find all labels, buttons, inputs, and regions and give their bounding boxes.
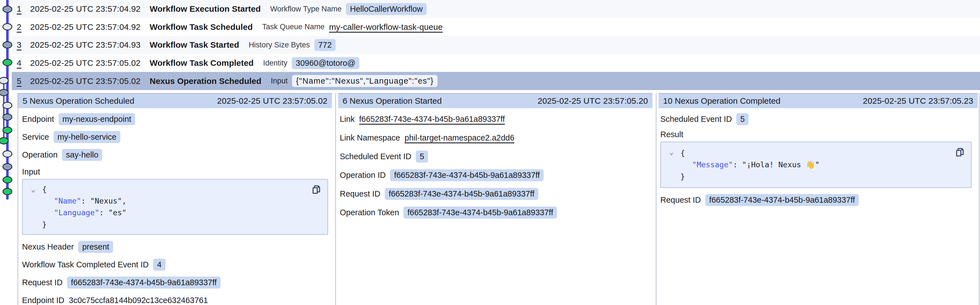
copy-icon[interactable]	[954, 147, 966, 158]
field-request-id: Request ID f665283f-743e-4374-b45b-9a61a…	[660, 193, 973, 206]
attribute-label: History Size Bytes	[249, 41, 310, 49]
attribute-value-badge: 772	[314, 39, 336, 51]
link-namespace-link[interactable]: phil-target-namespace2.a2dd6	[404, 133, 514, 142]
event-attribute: Workflow Type Name HelloCallerWorkflow	[270, 3, 426, 15]
panel-timestamp: 2025-02-25 UTC 23:57:05.02	[217, 96, 328, 106]
attribute-label: Task Queue Name	[262, 22, 325, 31]
field-label: Service	[22, 133, 49, 142]
event-row-1[interactable]: 1 2025-02-25 UTC 23:57:04.92 Workflow Ex…	[12, 0, 980, 18]
event-time: 2025-02-25 UTC 23:57:05.02	[30, 58, 150, 68]
event-dot-scheduled[interactable]	[3, 24, 12, 30]
field-label: Nexus Header	[22, 242, 74, 251]
event-attribute: Input {"Name":"Nexus","Language":"es"}	[271, 75, 438, 87]
panel-header[interactable]: 6 Nexus Operation Started 2025-02-25 UTC…	[338, 93, 652, 108]
event-dot-nexus-completed[interactable]	[0, 138, 8, 144]
event-timeline	[0, 0, 19, 305]
event-name: Workflow Execution Started	[150, 4, 261, 14]
field-request-id: Request ID f665283f-743e-4374-b45b-9a61a…	[340, 187, 650, 200]
panel-body: Link f665283f-743e-4374-b45b-9a61a89337f…	[336, 108, 656, 219]
field-value-badge: 5	[416, 150, 428, 163]
panel-nexus-scheduled: 5 Nexus Operation Scheduled 2025-02-25 U…	[18, 93, 336, 305]
event-dot-nexus-started[interactable]	[0, 90, 8, 96]
field-value-badge: f665283f-743e-4374-b45b-9a61a89337ff	[385, 188, 538, 200]
field-wtc-event-id: Workflow Task Completed Event ID 4	[22, 258, 330, 271]
event-dot-completed[interactable]	[3, 59, 12, 66]
attribute-value-badge: 30960@totoro@	[292, 57, 360, 69]
event-dot-scheduled[interactable]	[3, 102, 12, 109]
field-value-badge: 4	[153, 259, 165, 271]
panel-timestamp: 2025-02-25 UTC 23:57:05.20	[538, 96, 648, 106]
field-label: Input	[22, 167, 40, 177]
field-value-badge: f665283f-743e-4374-b45b-9a61a89337ff	[390, 169, 544, 181]
panel-header[interactable]: 10 Nexus Operation Completed 2025-02-25 …	[659, 93, 978, 108]
panel-body: Scheduled Event ID 5 Result ⌄ { "Message…	[656, 108, 979, 206]
copy-icon[interactable]	[311, 184, 322, 195]
field-label: Request ID	[660, 196, 701, 205]
panel-title: 10 Nexus Operation Completed	[663, 96, 780, 106]
panel-header[interactable]: 5 Nexus Operation Scheduled 2025-02-25 U…	[18, 93, 332, 108]
field-value-badge: 5	[736, 113, 749, 125]
event-dot-started[interactable]	[3, 42, 12, 48]
event-name: Nexus Operation Scheduled	[150, 76, 261, 86]
event-attribute: Task Queue Name my-caller-workflow-task-…	[262, 22, 442, 32]
event-time: 2025-02-25 UTC 23:57:04.92	[30, 22, 150, 32]
event-history-table: 1 2025-02-25 UTC 23:57:04.92 Workflow Ex…	[12, 0, 980, 90]
field-label: Endpoint	[22, 115, 54, 124]
event-dot-started[interactable]	[3, 114, 12, 120]
field-label: Link Namespace	[340, 133, 400, 142]
attribute-label: Identity	[263, 59, 287, 68]
field-input-label: Input	[22, 166, 330, 177]
panel-title: 5 Nexus Operation Scheduled	[22, 96, 134, 106]
event-row-2[interactable]: 2 2025-02-25 UTC 23:57:04.92 Workflow Ta…	[12, 18, 980, 36]
field-value-badge: my-hello-service	[54, 131, 120, 143]
field-value-badge: my-nexus-endpoint	[59, 113, 135, 125]
field-value-badge: say-hello	[62, 149, 102, 161]
event-attribute: Identity 30960@totoro@	[263, 57, 360, 69]
json-line: }	[661, 171, 954, 182]
field-value-badge: present	[78, 241, 113, 253]
event-dot-completed[interactable]	[3, 177, 12, 183]
event-row-5-selected[interactable]: 5 2025-02-25 UTC 23:57:05.02 Nexus Opera…	[12, 72, 980, 90]
event-time: 2025-02-25 UTC 23:57:04.92	[30, 4, 150, 14]
attribute-label: Workflow Type Name	[270, 5, 342, 13]
field-scheduled-event-id: Scheduled Event ID 5	[660, 113, 973, 125]
collapse-chevron-icon[interactable]: ⌄	[669, 148, 674, 156]
event-dot-nexus-scheduled[interactable]	[0, 77, 8, 84]
event-name: Workflow Task Scheduled	[150, 22, 253, 32]
endpoint-id-link[interactable]: 3c0c75ccfa8144b092c13ce632463761	[69, 296, 208, 305]
event-dot-completed[interactable]	[3, 188, 12, 195]
result-json-viewer: ⌄ { "Message": "¡Hola! Nexus 👋" }	[660, 142, 972, 188]
field-label: Operation	[22, 150, 57, 160]
field-label: Scheduled Event ID	[660, 115, 732, 124]
event-row-4[interactable]: 4 2025-02-25 UTC 23:57:05.02 Workflow Ta…	[12, 54, 980, 72]
field-label: Endpoint ID	[22, 296, 65, 305]
event-dot-started[interactable]	[3, 164, 12, 170]
event-row-3[interactable]: 3 2025-02-25 UTC 23:57:04.93 Workflow Ta…	[12, 36, 980, 54]
event-attribute: History Size Bytes 772	[249, 39, 336, 51]
event-time: 2025-02-25 UTC 23:57:05.02	[30, 76, 150, 86]
event-dot-completed[interactable]	[3, 127, 12, 134]
json-line: {	[22, 183, 311, 195]
field-label: Request ID	[340, 189, 380, 199]
panel-timestamp: 2025-02-25 UTC 23:57:05.23	[863, 96, 973, 106]
field-link-namespace: Link Namespace phil-target-namespace2.a2…	[340, 131, 650, 144]
collapse-chevron-icon[interactable]: ⌄	[31, 186, 35, 193]
event-name: Workflow Task Started	[150, 40, 239, 50]
field-label: Link	[340, 115, 355, 124]
event-dot-started[interactable]	[3, 6, 12, 13]
field-value-badge: f665283f-743e-4374-b45b-9a61a89337ff	[67, 277, 221, 289]
panel-nexus-started: 6 Nexus Operation Started 2025-02-25 UTC…	[336, 93, 656, 305]
field-value-badge: f665283f-743e-4374-b45b-9a61a89337ff	[705, 194, 859, 206]
panel-nexus-completed: 10 Nexus Operation Completed 2025-02-25 …	[656, 93, 979, 305]
field-endpoint: Endpoint my-nexus-endpoint	[22, 113, 330, 125]
event-name: Workflow Task Completed	[150, 58, 253, 68]
event-dot-scheduled[interactable]	[3, 151, 12, 157]
field-label: Request ID	[22, 278, 62, 287]
field-value-badge: f665283f-743e-4374-b45b-9a61a89337ff	[403, 207, 557, 218]
task-queue-link[interactable]: my-caller-workflow-task-queue	[329, 22, 443, 32]
field-operation-id: Operation ID f665283f-743e-4374-b45b-9a6…	[340, 169, 650, 182]
json-line: {	[661, 147, 954, 159]
attribute-value-badge: HelloCallerWorkflow	[346, 3, 426, 15]
link-value-link[interactable]: f665283f-743e-4374-b45b-9a61a89337ff	[359, 115, 505, 124]
field-link: Link f665283f-743e-4374-b45b-9a61a89337f…	[340, 113, 650, 125]
